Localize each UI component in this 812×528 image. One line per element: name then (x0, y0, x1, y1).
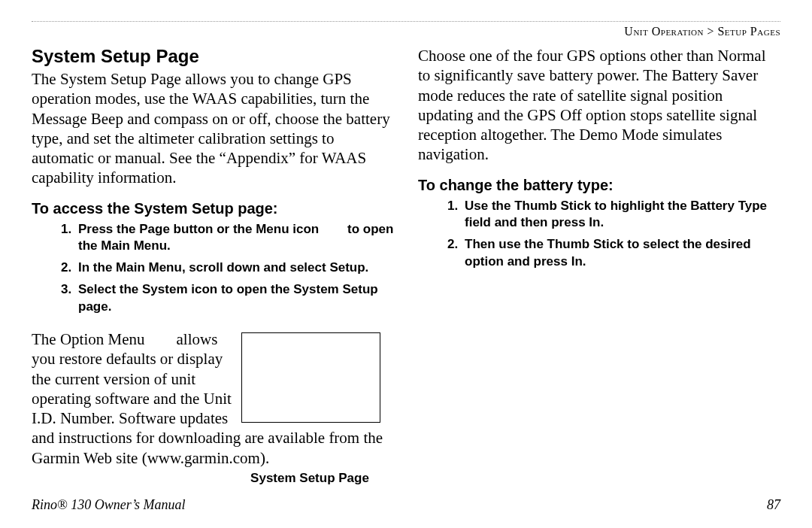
access-subheading: To access the System Setup page: (32, 200, 394, 217)
content-columns: System Setup Page The System Setup Page … (32, 46, 780, 486)
intro-paragraph: The System Setup Page allows you to chan… (32, 69, 394, 188)
right-column: Choose one of the four GPS options other… (418, 46, 780, 486)
step-item: Use the Thumb Stick to highlight the Bat… (462, 198, 780, 232)
step-item: Then use the Thumb Stick to select the d… (462, 236, 780, 271)
figure-placeholder (241, 332, 380, 423)
section-title: System Setup Page (32, 46, 394, 67)
step-item: In the Main Menu, scroll down and select… (75, 259, 394, 277)
manual-title: Rino® 130 Owner’s Manual (32, 497, 186, 513)
figure-caption: System Setup Page (227, 471, 392, 486)
breadcrumb: Unit Operation > Setup Pages (32, 25, 780, 38)
gps-options-paragraph: Choose one of the four GPS options other… (418, 46, 780, 165)
battery-subheading: To change the battery type: (418, 177, 780, 194)
battery-steps-list: Use the Thumb Stick to highlight the Bat… (418, 198, 780, 272)
step-item: Press the Page button or the Menu icon t… (75, 221, 394, 256)
access-steps-list: Press the Page button or the Menu icon t… (32, 221, 394, 317)
page-number: 87 (767, 497, 780, 513)
left-column: System Setup Page The System Setup Page … (32, 46, 394, 486)
step-item: Select the System icon to open the Syste… (75, 281, 394, 316)
footer: Rino® 130 Owner’s Manual 87 (32, 497, 780, 513)
options-and-figure: The Option Menu allows you restore defau… (32, 329, 394, 486)
